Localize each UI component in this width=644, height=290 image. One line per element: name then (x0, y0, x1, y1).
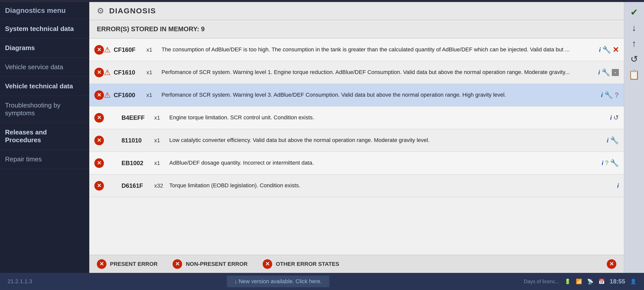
error-table: ✕ ⚠ CF160F x1 The consumption of AdBlue/… (89, 39, 624, 255)
error-code: CF160F (114, 46, 146, 53)
row-actions: i (617, 182, 619, 189)
row-actions: i 🔧 ▪ (598, 68, 619, 77)
info-button[interactable]: i (598, 69, 600, 76)
update-button[interactable]: ↓ New version available. Click here. (227, 276, 329, 287)
table-row[interactable]: ✕ EB1002 x1 AdBlue/DEF dosage quantity. … (89, 152, 624, 174)
error-description: Perfomance of SCR system. Warning level … (162, 68, 596, 76)
user-icon: 👤 (630, 278, 636, 284)
table-row[interactable]: ✕ D6161F x32 Torque limitation (EOBD leg… (89, 174, 624, 197)
scroll-down-icon[interactable]: ↓ (632, 23, 636, 33)
error-icon-red: ✕ (94, 158, 104, 168)
error-description: Low catalytic converter efficiency. Vali… (169, 136, 604, 144)
error-code: CF1610 (114, 69, 146, 76)
wrench-button[interactable]: 🔧 (610, 136, 619, 144)
wifi-icon: 📶 (576, 278, 582, 284)
error-code: CF1600 (114, 92, 146, 99)
row-actions: i ↺ (610, 114, 619, 122)
sidebar-menu-title: Diagnostics menu (0, 2, 89, 19)
error-description: Engine torque limitation. SCR control un… (169, 114, 608, 122)
sidebar: Diagnostics menu System technical data D… (0, 2, 89, 273)
error-count-badge: x1 (154, 137, 169, 144)
error-count-badge: x1 (146, 92, 162, 98)
error-code: 811010 (122, 137, 154, 144)
calendar-icon: 📅 (598, 278, 605, 284)
wrench-button[interactable]: 🔧 (610, 159, 619, 167)
error-code: D6161F (122, 182, 154, 189)
warning-triangle-icon: ⚠ (104, 68, 111, 77)
sidebar-item-vehicle-service-data[interactable]: Vehicle service data (0, 58, 89, 77)
info-button[interactable]: i (602, 160, 603, 167)
legend-close-button[interactable]: ✕ (607, 259, 616, 269)
diagnosis-icon: ⚙ (97, 6, 104, 16)
wrench-button[interactable]: 🔧 (604, 91, 613, 99)
error-count-badge: x1 (154, 115, 169, 121)
sidebar-item-diagrams[interactable]: Diagrams (0, 39, 89, 58)
content-header: ⚙ DIAGNOSIS (89, 2, 624, 20)
legend-non-present-error-label: NON-PRESENT ERROR (186, 261, 248, 267)
sidebar-item-releases-and-procedures[interactable]: Releases and Procedures (0, 123, 89, 150)
sidebar-item-vehicle-technical-data[interactable]: Vehicle technical data (0, 77, 89, 96)
wrench-button[interactable]: 🔧 (601, 68, 610, 77)
info-button[interactable]: i (601, 92, 603, 99)
warning-triangle-icon: ⚠ (104, 91, 111, 99)
legend-present-error: ✕ PRESENT ERROR (97, 259, 157, 269)
block-button[interactable]: ▪ (612, 69, 619, 76)
legend-bar: ✕ PRESENT ERROR ✕ NON-PRESENT ERROR ✕ OT… (89, 255, 624, 273)
diagnosis-title: DIAGNOSIS (109, 7, 156, 15)
error-icon-red: ✕ (94, 90, 104, 100)
error-count-badge: x1 (146, 69, 162, 76)
battery-icon: 🔋 (565, 278, 571, 284)
error-count-badge: x1 (146, 47, 162, 53)
error-count-badge: x32 (154, 183, 169, 189)
table-row[interactable]: ✕ 811010 x1 Low catalytic converter effi… (89, 129, 624, 152)
error-count-bar: ERROR(S) STORED IN MEMORY: 9 (89, 20, 624, 39)
warning-triangle-icon: ⚠ (104, 45, 111, 54)
sidebar-item-repair-times[interactable]: Repair times (0, 150, 89, 169)
error-count-badge: x1 (154, 160, 169, 166)
info-button[interactable]: i (610, 114, 612, 121)
refresh-icon[interactable]: ↺ (630, 54, 638, 64)
info-button[interactable]: i (617, 182, 619, 189)
status-right: Days of licenc... 🔋 📶 📡 📅 18:55 👤 (524, 278, 636, 285)
licence-label: Days of licenc... (524, 279, 559, 284)
question-button[interactable]: ? (615, 91, 619, 99)
present-error-icon: ✕ (97, 259, 106, 269)
info-button[interactable]: i (599, 46, 601, 53)
table-row[interactable]: ✕ ⚠ CF160F x1 The consumption of AdBlue/… (89, 39, 624, 61)
legend-non-present-error: ✕ NON-PRESENT ERROR (173, 259, 248, 269)
signal-icon: 📡 (587, 278, 593, 284)
error-code: EB1002 (122, 160, 154, 167)
error-description: AdBlue/DEF dosage quantity. Incorrect or… (169, 159, 599, 167)
top-bar (0, 0, 644, 2)
main-area: Diagnostics menu System technical data D… (0, 2, 644, 273)
scroll-up-icon[interactable]: ↑ (632, 38, 636, 49)
table-row[interactable]: ✕ B4EEFF x1 Engine torque limitation. SC… (89, 106, 624, 129)
check-icon[interactable]: ✔ (630, 7, 638, 18)
error-description: The consumption of AdBlue/DEF is too hig… (162, 46, 596, 54)
close-button[interactable]: ✕ (613, 45, 619, 54)
clipboard-icon[interactable]: 📋 (628, 69, 640, 80)
row-actions: i 🔧 ✕ (599, 45, 619, 54)
version-text: 21.2.1.1.3 (8, 278, 32, 285)
info-button[interactable]: i (607, 137, 609, 144)
question-button[interactable]: ? (605, 159, 609, 167)
error-count-text: ERROR(S) STORED IN MEMORY: 9 (97, 25, 205, 33)
legend-present-error-label: PRESENT ERROR (110, 261, 157, 267)
time-display: 18:55 (610, 278, 625, 285)
error-icon-red: ✕ (94, 68, 104, 77)
legend-other-error-states-label: OTHER ERROR STATES (276, 261, 339, 267)
table-row[interactable]: ✕ ⚠ CF1610 x1 Perfomance of SCR system. … (89, 61, 624, 84)
legend-other-error-states: ✕ OTHER ERROR STATES (263, 259, 339, 269)
sidebar-item-troubleshooting-by-symptoms[interactable]: Troubleshooting by symptoms (0, 96, 89, 123)
wrench-button[interactable]: 🔧 (602, 46, 611, 54)
row-actions: i ? 🔧 (602, 159, 619, 167)
refresh-button[interactable]: ↺ (613, 114, 619, 122)
error-icon-red: ✕ (94, 113, 104, 123)
row-actions: i 🔧 (607, 136, 619, 144)
sidebar-item-system-technical-data[interactable]: System technical data (0, 19, 89, 39)
error-icon-red: ✕ (94, 136, 104, 145)
table-row[interactable]: ✕ ⚠ CF1600 x1 Perfomance of SCR system. … (89, 84, 624, 106)
status-bar: 21.2.1.1.3 ↓ New version available. Clic… (0, 273, 644, 290)
error-code: B4EEFF (122, 114, 154, 121)
right-panel: ✔ ↓ ↑ ↺ 📋 (624, 2, 644, 273)
